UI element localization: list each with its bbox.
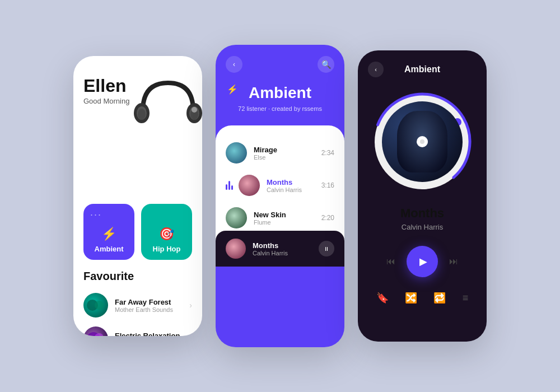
track-title-newskin: New Skin xyxy=(254,211,321,219)
nowplaying-header: ‹ Ambient xyxy=(358,50,487,77)
fav-arrow-2: › xyxy=(189,334,192,336)
svg-point-4 xyxy=(138,109,146,120)
rewind-button[interactable]: ⏮ xyxy=(386,256,395,267)
now-playing-thumb xyxy=(226,239,246,259)
track-thumb-newskin xyxy=(226,207,247,228)
playlist-topbar: ‹ 🔍 xyxy=(216,45,344,73)
play-button[interactable]: ▶ xyxy=(407,246,438,277)
track-artist-newskin: Flume xyxy=(254,219,321,226)
headphone-image xyxy=(132,72,202,139)
queue-button[interactable]: ≡ xyxy=(463,292,469,304)
svg-point-9 xyxy=(95,301,104,310)
greeting-area: Ellen Good Morning xyxy=(83,76,129,105)
track-item-newskin[interactable]: New Skin Flume 2:20 xyxy=(216,202,344,234)
phone-nowplaying: ‹ Ambient xyxy=(358,50,487,342)
pause-button[interactable]: ⏸ xyxy=(319,241,334,256)
track-artist-months: Calvin Harris xyxy=(267,186,321,193)
track-item-mirage[interactable]: Mirage Else 2:34 xyxy=(216,137,344,169)
playlist-hero: ⚡ Ambient 72 listener · created by rssem… xyxy=(216,73,344,125)
playback-controls: ⏮ ▶ ⏭ xyxy=(358,237,487,286)
search-button[interactable]: 🔍 xyxy=(318,56,334,73)
eq-bar-1 xyxy=(226,184,227,190)
track-info-mirage: Mirage Else xyxy=(254,146,321,161)
nowplaying-back-button[interactable]: ‹ xyxy=(368,62,384,77)
track-thumb-mirage xyxy=(226,142,247,164)
playlist-listener-info: 72 listener · created by rssems xyxy=(226,105,334,112)
action-buttons: 🔖 🔀 🔁 ≡ xyxy=(358,286,487,315)
track-info-newskin: New Skin Flume xyxy=(254,211,321,226)
fav-thumb-forest xyxy=(83,293,108,318)
fav-artist-forest: Mother Earth Sounds xyxy=(115,306,189,313)
track-info-months: Months Calvin Harris xyxy=(267,178,321,193)
hiphop-icon: 🎯 xyxy=(159,227,174,241)
category-ambient[interactable]: ··· ⚡ Ambient xyxy=(83,204,134,260)
now-playing-title: Months xyxy=(253,241,319,250)
bookmark-button[interactable]: 🔖 xyxy=(376,292,389,304)
track-item-months[interactable]: Months Calvin Harris 3:16 xyxy=(216,169,344,202)
track-duration-newskin: 2:20 xyxy=(321,214,334,222)
fav-title-relax: Electric Relaxation xyxy=(115,332,189,336)
play-icon: ▶ xyxy=(419,255,427,268)
fav-title-forest: Far Away Forest xyxy=(115,298,189,306)
fastforward-button[interactable]: ⏭ xyxy=(449,256,458,267)
fav-info-relax: Electric Relaxation Mother Earth Sounds xyxy=(115,332,189,336)
playing-indicator xyxy=(226,181,233,190)
track-thumb-months xyxy=(239,175,260,196)
song-title: Months xyxy=(368,206,477,221)
song-info: Months Calvin Harris xyxy=(358,200,487,237)
progress-arc xyxy=(369,88,475,195)
nowplaying-page-title: Ambient xyxy=(404,64,440,74)
ambient-icon: ⚡ xyxy=(101,227,116,241)
track-title-mirage: Mirage xyxy=(254,146,321,154)
track-duration-mirage: 2:34 xyxy=(321,149,334,157)
categories-section: ··· ⚡ Ambient 🎯 Hip Hop xyxy=(73,195,202,260)
lightning-icon: ⚡ xyxy=(227,84,238,95)
fav-info-forest: Far Away Forest Mother Earth Sounds xyxy=(115,298,189,313)
shuffle-button[interactable]: 🔀 xyxy=(405,292,417,304)
hiphop-label: Hip Hop xyxy=(153,245,181,253)
track-list-area: Mirage Else 2:34 Months Calvin Harris 3:… xyxy=(216,125,344,267)
phone-playlist: ‹ 🔍 ⚡ Ambient 72 listener · created by r… xyxy=(216,45,344,347)
ambient-label: Ambient xyxy=(95,245,124,253)
song-artist: Calvin Harris xyxy=(368,223,477,231)
vinyl-area xyxy=(358,77,487,200)
now-playing-artist: Calvin Harris xyxy=(253,250,319,256)
phone-home: Ellen Good Morning xyxy=(73,56,202,336)
eq-bar-3 xyxy=(231,185,233,190)
playlist-title: Ambient xyxy=(226,84,334,102)
now-playing-bar[interactable]: Months Calvin Harris ⏸ xyxy=(216,231,344,267)
track-title-months: Months xyxy=(267,178,321,186)
card-dots: ··· xyxy=(90,209,102,220)
track-artist-mirage: Else xyxy=(254,154,321,161)
user-name: Ellen xyxy=(83,76,129,96)
repeat-button[interactable]: 🔁 xyxy=(433,292,446,304)
eq-bar-2 xyxy=(228,181,230,190)
greeting-sub: Good Morning xyxy=(83,97,129,105)
playlist-back-button[interactable]: ‹ xyxy=(226,56,242,73)
favourite-item-1[interactable]: Far Away Forest Mother Earth Sounds › xyxy=(73,288,202,322)
favourite-item-2[interactable]: Electric Relaxation Mother Earth Sounds … xyxy=(73,322,202,336)
fav-arrow-1: › xyxy=(189,301,192,310)
now-playing-info: Months Calvin Harris xyxy=(253,241,319,256)
track-duration-months: 3:16 xyxy=(321,181,334,189)
favourite-title: Favourite xyxy=(73,260,202,288)
fav-thumb-relax xyxy=(83,326,108,336)
category-hiphop[interactable]: 🎯 Hip Hop xyxy=(141,204,192,260)
svg-point-6 xyxy=(192,107,197,113)
svg-point-18 xyxy=(420,139,424,144)
